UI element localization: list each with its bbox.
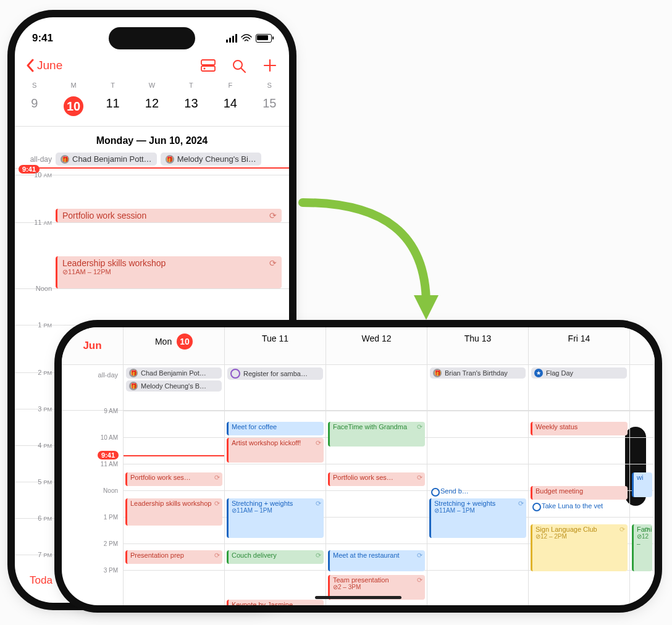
- allday-text: Melody Cheung's B…: [141, 382, 206, 390]
- event-block[interactable]: Keynote by Jasmine: [227, 600, 324, 605]
- now-indicator: 9:41: [20, 167, 289, 169]
- allday-pill[interactable]: Register for samba…: [227, 367, 323, 380]
- day-cell[interactable]: 11: [93, 93, 132, 120]
- event-block[interactable]: Portfolio work ses…⟳: [328, 472, 425, 486]
- nav-header: June: [15, 53, 289, 78]
- event-title: Presentation prep: [130, 552, 184, 559]
- hour-row: 10 AM: [15, 175, 289, 211]
- allday-cell[interactable]: ★Flag Day: [529, 365, 630, 411]
- event-title: Sign Language Club: [536, 526, 597, 533]
- day-cell[interactable]: 15: [250, 93, 289, 120]
- day-numbers-row[interactable]: 9101112131415: [15, 89, 289, 127]
- weekday-label: F: [211, 82, 250, 89]
- allday-pill[interactable]: ★Flag Day: [531, 367, 627, 379]
- gift-icon: 🎁: [129, 382, 138, 390]
- allday-cell[interactable]: 🎁Chad Benjamin Pot…🎁Melody Cheung's B…: [124, 365, 225, 411]
- allday-cell[interactable]: Register for samba…: [225, 365, 326, 411]
- hour-row: 11 AM: [15, 222, 289, 259]
- event-subtitle: ⊘12 –: [637, 533, 649, 548]
- event-title: Portfolio work ses…: [333, 474, 393, 481]
- back-button[interactable]: June: [26, 59, 62, 72]
- gift-icon: 🎁: [433, 369, 442, 377]
- allday-row: all-day 🎁Chad Benjamin Pott…🎁Melody Cheu…: [15, 150, 289, 169]
- event-title: Couch delivery: [232, 552, 277, 559]
- svg-point-2: [204, 68, 206, 70]
- event-block[interactable]: Stretching + weights⊘11AM – 1PM⟳: [429, 498, 526, 538]
- day-column[interactable]: FaceTime with Grandma⟳Portfolio work ses…: [326, 411, 427, 605]
- add-icon[interactable]: [262, 58, 278, 73]
- day-column[interactable]: wiFamily⊘12 –⟳: [630, 411, 655, 605]
- event-title: Portfolio work session: [62, 211, 146, 220]
- day-header[interactable]: Fri 14: [529, 327, 630, 365]
- event-block[interactable]: Portfolio work session⟳: [56, 209, 282, 222]
- allday-cell[interactable]: 🎁Brian Tran's Birthday: [427, 365, 529, 411]
- hour-label: 11 AM: [15, 219, 58, 226]
- chevron-left-icon: [26, 59, 35, 72]
- header-actions: [200, 58, 278, 73]
- event-block[interactable]: Budget meeting: [531, 486, 628, 500]
- event-block[interactable]: Take Luna to the vet: [531, 501, 628, 513]
- event-block[interactable]: Artist workshop kickoff!⟳: [227, 438, 324, 463]
- gift-icon: 🎁: [166, 155, 174, 164]
- gift-icon: 🎁: [129, 369, 138, 377]
- event-block[interactable]: Leadership skills workshop⊘11AM – 12PM⟳: [56, 256, 282, 288]
- repeat-icon: ⟳: [269, 211, 277, 220]
- event-block[interactable]: FaceTime with Grandma⟳: [328, 422, 425, 447]
- search-icon[interactable]: [231, 58, 247, 73]
- ring-icon: [230, 369, 240, 379]
- allday-text: Chad Benjamin Pot…: [141, 369, 206, 377]
- allday-text: Melody Cheung's Bi…: [177, 154, 256, 164]
- event-block[interactable]: Couch delivery⟳: [227, 550, 324, 564]
- event-subtitle: ⊘2 – 3PM: [333, 584, 422, 591]
- day-cell[interactable]: 12: [132, 93, 171, 120]
- day-column[interactable]: Meet for coffeeArtist workshop kickoff!⟳…: [225, 411, 326, 605]
- repeat-icon: ⟳: [316, 552, 321, 559]
- repeat-icon: ⟳: [417, 576, 422, 584]
- allday-cell[interactable]: [326, 365, 427, 411]
- event-title: Team presentation: [333, 576, 389, 584]
- day-cell[interactable]: 10: [54, 93, 93, 120]
- allday-pill[interactable]: 🎁Melody Cheung's B…: [126, 380, 222, 392]
- event-title: Stretching + weights: [232, 500, 293, 507]
- repeat-icon: ⟳: [316, 439, 321, 447]
- list-view-icon[interactable]: [200, 58, 216, 73]
- event-title: Leadership skills workshop: [130, 500, 211, 507]
- day-column[interactable]: 9:41Portfolio work ses…⟳Leadership skill…: [124, 411, 225, 605]
- week-grid[interactable]: JunMon 10Tue 11Wed 12Thu 13Fri 14all-day…: [62, 327, 655, 605]
- event-title: wi: [637, 474, 643, 481]
- day-cell[interactable]: 14: [211, 93, 250, 120]
- event-block[interactable]: Weekly status: [531, 422, 628, 435]
- event-block[interactable]: Meet at the restaurant⟳: [328, 550, 425, 571]
- date-title: Monday — Jun 10, 2024: [15, 127, 289, 150]
- event-block[interactable]: Stretching + weights⊘11AM – 1PM⟳: [227, 498, 324, 538]
- event-block[interactable]: wi: [632, 472, 652, 497]
- repeat-icon: ⟳: [417, 474, 422, 481]
- home-indicator: [315, 596, 401, 599]
- day-header-partial: [630, 327, 655, 365]
- event-title: Portfolio work ses…: [130, 474, 191, 481]
- day-column[interactable]: Send b…Stretching + weights⊘11AM – 1PM⟳: [427, 411, 529, 605]
- allday-pill[interactable]: 🎁Brian Tran's Birthday: [430, 367, 526, 379]
- hour-label: 2 PM: [15, 369, 58, 376]
- hour-gutter: 9 AM10 AM11 AMNoon1 PM2 PM3 PM: [62, 411, 124, 605]
- day-cell[interactable]: 9: [15, 93, 54, 120]
- back-label: June: [37, 59, 62, 72]
- allday-pill[interactable]: 🎁Melody Cheung's Bi…: [161, 153, 261, 166]
- day-column[interactable]: Weekly statusBudget meetingTake Luna to …: [529, 411, 630, 605]
- event-block[interactable]: Presentation prep⟳: [125, 550, 222, 564]
- event-title: Meet at the restaurant: [333, 552, 400, 559]
- allday-pill[interactable]: 🎁Chad Benjamin Pot…: [126, 367, 222, 379]
- event-title: Keynote by Jasmine: [232, 601, 293, 605]
- event-block[interactable]: Leadership skills workshop⟳: [125, 498, 222, 526]
- today-button[interactable]: Toda: [30, 574, 52, 587]
- day-header[interactable]: Mon 10: [124, 327, 225, 365]
- event-block[interactable]: Family⊘12 –⟳: [632, 524, 652, 571]
- allday-pill[interactable]: 🎁Chad Benjamin Pott…: [56, 153, 157, 166]
- event-block[interactable]: Send b…: [429, 486, 526, 498]
- event-block[interactable]: Portfolio work ses…⟳: [125, 472, 222, 486]
- day-cell[interactable]: 13: [172, 93, 211, 120]
- repeat-icon: ⟳: [417, 552, 422, 559]
- event-block[interactable]: Meet for coffee: [227, 422, 324, 435]
- event-title: Send b…: [440, 487, 469, 495]
- event-block[interactable]: Sign Language Club⊘12 – 2PM⟳: [531, 524, 628, 571]
